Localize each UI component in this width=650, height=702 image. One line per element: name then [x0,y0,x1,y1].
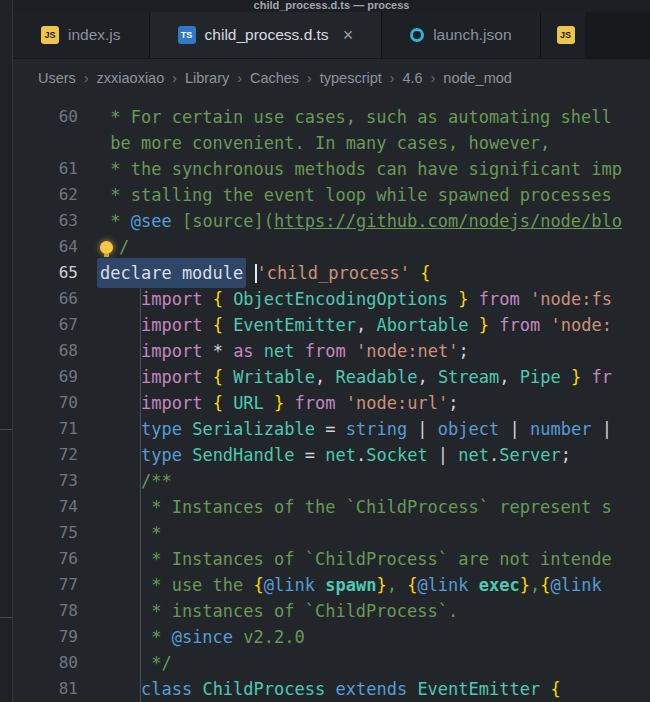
line-number[interactable]: 66 [13,286,93,312]
code-text[interactable]: */ [93,650,172,676]
tab-partial[interactable]: JS [541,12,585,58]
code-line[interactable]: 63 * @see [source](https://github.com/no… [13,208,650,234]
code-line[interactable]: 65declare module 'child_process' { [13,260,650,286]
code-line[interactable]: 81 class ChildProcess extends EventEmitt… [13,676,650,702]
code-text[interactable]: * @see [source](https://github.com/nodej… [93,208,622,234]
code-text[interactable]: type Serializable = string | object | nu… [93,416,612,442]
breadcrumb-item[interactable]: Library [185,70,229,86]
code-line[interactable]: 61 * the synchronous methods can have si… [13,156,650,182]
breadcrumb-item[interactable]: zxxiaoxiao [97,70,165,86]
code-token: */ [100,653,172,673]
code-token [223,315,233,335]
chevron-right-icon: › [431,70,436,86]
code-text[interactable]: declare module 'child_process' { [93,260,431,286]
code-text[interactable]: * [93,520,161,546]
line-number[interactable]: 65 [13,260,93,286]
line-number[interactable]: 61 [13,156,93,182]
code-text[interactable]: * Instances of `ChildProcess` are not in… [93,546,612,572]
code-text[interactable]: /** [93,468,172,494]
tab-index.js[interactable]: JSindex.js [13,12,150,58]
code-text[interactable]: import * as net from 'node:net'; [93,338,469,364]
breadcrumb-item[interactable]: 4.6 [403,70,423,86]
code-line[interactable]: 66 import { ObjectEncodingOptions } from… [13,286,650,312]
code-token [469,289,479,309]
code-token [100,315,141,335]
line-number[interactable]: 74 [13,494,93,520]
code-token: @link [264,575,315,595]
line-number[interactable]: 75 [13,520,93,546]
line-number[interactable]: 63 [13,208,93,234]
code-line[interactable]: 71 type Serializable = string | object |… [13,416,650,442]
line-number[interactable]: 79 [13,624,93,650]
code-text[interactable]: import { Writable, Readable, Stream, Pip… [93,364,612,390]
code-line[interactable]: 62 * stalling the event loop while spawn… [13,182,650,208]
line-number[interactable]: 80 [13,650,93,676]
code-line[interactable]: 74 * Instances of the `ChildProcess` rep… [13,494,650,520]
line-number[interactable]: 71 [13,416,93,442]
line-number[interactable]: 77 [13,572,93,598]
close-icon[interactable]: × [343,26,354,44]
code-token: = [315,419,346,439]
line-number[interactable]: 64 [13,234,93,260]
code-line[interactable]: 73 /** [13,468,650,494]
line-number[interactable] [13,130,93,156]
code-text[interactable]: class ChildProcess extends EventEmitter … [93,676,561,702]
breadcrumb-item[interactable]: Users [38,70,76,86]
code-token: Stream [438,367,499,387]
breadcrumb-item[interactable]: Caches [250,70,299,86]
code-line[interactable]: 77 * use the {@link spawn}, {@link exec}… [13,572,650,598]
tab-child_process.d.ts[interactable]: TSchild_process.d.ts× [150,12,383,58]
code-token: import [141,289,202,309]
code-text[interactable]: * Instances of the `ChildProcess` repres… [93,494,612,520]
code-text[interactable]: type SendHandle = net.Socket | net.Serve… [93,442,571,468]
breadcrumb-item[interactable]: node_mod [443,70,512,86]
code-line[interactable]: 64/ [13,234,650,260]
js-file-icon: JS [557,26,575,44]
code-text[interactable]: / [93,234,129,260]
breadcrumb-item[interactable]: typescript [320,70,382,86]
code-line[interactable]: 80 */ [13,650,650,676]
code-token [448,289,458,309]
ts-file-icon: TS [178,26,196,44]
code-line[interactable]: be more convenient. In many cases, howev… [13,130,650,156]
code-text[interactable]: * For certain use cases, such as automat… [93,104,612,130]
code-token [223,341,233,361]
code-line[interactable]: 75 * [13,520,650,546]
code-line[interactable]: 79 * @since v2.2.0 [13,624,650,650]
line-number[interactable]: 78 [13,598,93,624]
line-number[interactable]: 73 [13,468,93,494]
line-number[interactable]: 68 [13,338,93,364]
line-number[interactable]: 70 [13,390,93,416]
code-text[interactable]: import { URL } from 'node:url'; [93,390,458,416]
editor-pane[interactable]: 60 * For certain use cases, such as auto… [13,96,650,702]
code-text[interactable]: import { ObjectEncodingOptions } from 'n… [93,286,612,312]
code-token [561,367,571,387]
code-text[interactable]: * instances of `ChildProcess`. [93,598,458,624]
line-number[interactable]: 72 [13,442,93,468]
code-line[interactable]: 69 import { Writable, Readable, Stream, … [13,364,650,390]
line-number[interactable]: 67 [13,312,93,338]
code-token: = [295,445,326,465]
code-text[interactable]: * @since v2.2.0 [93,624,305,650]
code-line[interactable]: 60 * For certain use cases, such as auto… [13,104,650,130]
code-text[interactable]: import { EventEmitter, Abortable } from … [93,312,612,338]
line-number[interactable]: 76 [13,546,93,572]
code-lines: 60 * For certain use cases, such as auto… [13,104,650,702]
tab-launch.json[interactable]: launch.json [382,12,540,58]
code-line[interactable]: 76 * Instances of `ChildProcess` are not… [13,546,650,572]
code-line[interactable]: 67 import { EventEmitter, Abortable } fr… [13,312,650,338]
code-token: @link [551,575,602,595]
code-text[interactable]: be more convenient. In many cases, howev… [93,130,550,156]
code-text[interactable]: * stalling the event loop while spawned … [93,182,612,208]
code-line[interactable]: 78 * instances of `ChildProcess`. [13,598,650,624]
line-number[interactable]: 69 [13,364,93,390]
lightbulb-icon[interactable] [100,241,113,254]
code-text[interactable]: * use the {@link spawn}, {@link exec},{@… [93,572,612,598]
line-number[interactable]: 62 [13,182,93,208]
code-line[interactable]: 70 import { URL } from 'node:url'; [13,390,650,416]
code-line[interactable]: 72 type SendHandle = net.Socket | net.Se… [13,442,650,468]
line-number[interactable]: 81 [13,676,93,702]
line-number[interactable]: 60 [13,104,93,130]
code-line[interactable]: 68 import * as net from 'node:net'; [13,338,650,364]
code-text[interactable]: * the synchronous methods can have signi… [93,156,622,182]
